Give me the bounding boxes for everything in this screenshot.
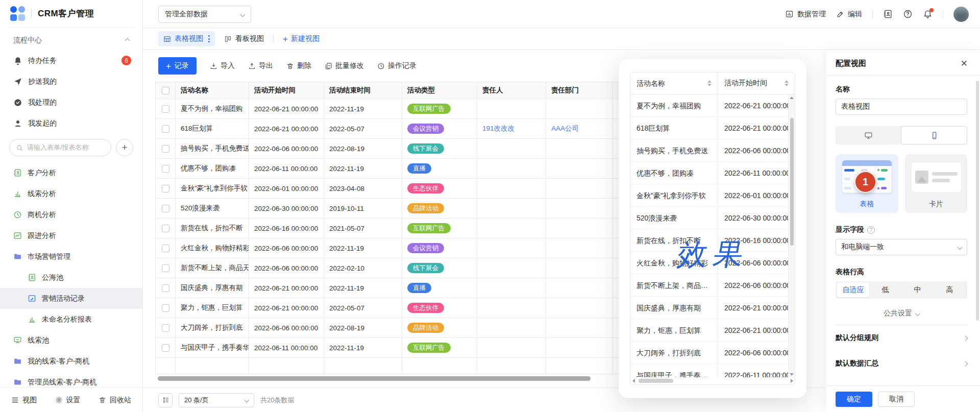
sidebar-item-todo[interactable]: 待办任务 6 bbox=[0, 50, 142, 71]
row-height-button[interactable] bbox=[158, 393, 173, 407]
help-icon[interactable]: ? bbox=[867, 226, 875, 234]
user-avatar[interactable] bbox=[953, 7, 969, 22]
row-checkbox[interactable] bbox=[162, 264, 169, 272]
desktop-toggle[interactable] bbox=[836, 126, 901, 144]
divider bbox=[943, 10, 943, 19]
page-size-select[interactable]: 20 条/页 bbox=[179, 393, 254, 407]
column-header-activity-name[interactable]: 活动名称 bbox=[176, 82, 249, 99]
common-settings-toggle[interactable]: 公共设置 bbox=[836, 309, 967, 318]
view-name-input[interactable] bbox=[836, 99, 967, 115]
sidebar-item-marketing-activity-record[interactable]: 营销活动记录 bbox=[0, 288, 142, 309]
scrollbar-thumb[interactable] bbox=[790, 118, 794, 246]
row-checkbox[interactable] bbox=[162, 225, 169, 232]
column-header-activity-type[interactable]: 活动类型 bbox=[402, 82, 477, 99]
recycle-bin-button[interactable]: 回收站 bbox=[99, 396, 131, 405]
scroll-down-icon[interactable] bbox=[789, 371, 795, 377]
sidebar-item-customer-analysis[interactable]: 客户分析 bbox=[0, 162, 142, 183]
export-button[interactable]: 导出 bbox=[248, 61, 273, 70]
sidebar-item-marketing-mgmt[interactable]: 市场营销管理 bbox=[0, 246, 142, 267]
sidebar-item-cc-me[interactable]: 抄送我的 bbox=[0, 71, 142, 92]
row-checkbox[interactable] bbox=[162, 245, 169, 252]
data-scope-select[interactable]: 管理全部数据 bbox=[158, 6, 251, 23]
sidebar-item-public-pool[interactable]: 公海池 bbox=[0, 267, 142, 288]
settings-button[interactable]: 设置 bbox=[55, 396, 81, 405]
help-icon[interactable] bbox=[903, 9, 913, 19]
owner-link[interactable]: 191改改改 bbox=[482, 124, 514, 133]
preview-name-cell: 新货不断上架，商品天... bbox=[630, 274, 718, 296]
scroll-right-icon[interactable] bbox=[789, 377, 795, 384]
select-all-checkbox[interactable] bbox=[162, 87, 169, 94]
vertical-scrollbar[interactable] bbox=[788, 94, 795, 377]
row-height-option-low[interactable]: 低 bbox=[869, 283, 901, 297]
row-height-option-auto[interactable]: 自适应 bbox=[837, 283, 869, 297]
data-manage-button[interactable]: 数据管理 bbox=[785, 10, 826, 19]
row-checkbox[interactable] bbox=[162, 344, 169, 352]
column-header-end-time[interactable]: 活动结束时间 bbox=[324, 82, 402, 99]
notification-bell-icon[interactable] bbox=[923, 9, 933, 19]
cancel-button[interactable]: 取消 bbox=[878, 392, 915, 407]
import-button[interactable]: 导入 bbox=[210, 61, 235, 70]
edit-button[interactable]: 编辑 bbox=[836, 10, 862, 19]
mobile-toggle[interactable] bbox=[901, 126, 967, 144]
confirm-button[interactable]: 确定 bbox=[836, 392, 872, 407]
row-height-option-mid[interactable]: 中 bbox=[901, 283, 934, 297]
column-header-department[interactable]: 责任部门 bbox=[546, 82, 613, 99]
tab-board-view[interactable]: 看板视图 bbox=[224, 34, 264, 43]
add-record-label: 记录 bbox=[175, 61, 189, 70]
tab-more-icon[interactable] bbox=[208, 35, 210, 42]
default-data-summary-row[interactable]: 默认数据汇总 bbox=[836, 351, 967, 376]
row-checkbox[interactable] bbox=[162, 284, 169, 292]
preview-column-start-time[interactable]: 活动开始时间 bbox=[718, 72, 795, 94]
scroll-left-icon[interactable] bbox=[630, 377, 636, 384]
column-header-start-time[interactable]: 活动开始时间 bbox=[249, 82, 324, 99]
scroll-up-icon[interactable] bbox=[789, 94, 795, 101]
preview-horizontal-scrollbar[interactable] bbox=[630, 377, 795, 384]
view-type-card-card[interactable]: 卡片 bbox=[905, 154, 968, 213]
sidebar-item-handled[interactable]: 我处理的 bbox=[0, 92, 142, 113]
sidebar-item-initiated[interactable]: 我发起的 bbox=[0, 113, 142, 134]
views-button[interactable]: 视图 bbox=[11, 396, 37, 405]
close-icon[interactable]: ✕ bbox=[961, 59, 968, 68]
department-link[interactable]: AAA公司 bbox=[551, 124, 579, 133]
tab-table-view[interactable]: 表格视图 bbox=[158, 31, 215, 46]
operation-log-button[interactable]: 操作记录 bbox=[377, 61, 416, 70]
sidebar-item-opportunity-analysis[interactable]: 商机分析 bbox=[0, 204, 142, 225]
batch-edit-button[interactable]: 批量修改 bbox=[325, 61, 364, 70]
sidebar-item-lead-pool[interactable]: 线索池 bbox=[0, 330, 142, 351]
sidebar-item-followup-analysis[interactable]: 跟进分析 bbox=[0, 225, 142, 246]
row-checkbox[interactable] bbox=[162, 145, 169, 153]
column-header-owner[interactable]: 责任人 bbox=[477, 82, 546, 99]
row-checkbox[interactable] bbox=[162, 105, 169, 113]
view-type-table-card[interactable]: 1 表格 bbox=[836, 154, 898, 213]
preview-column-activity-name[interactable]: 活动名称 bbox=[630, 72, 718, 94]
row-checkbox[interactable] bbox=[162, 324, 169, 332]
sidebar-item-lead-analysis[interactable]: 线索分析 bbox=[0, 183, 142, 204]
row-checkbox[interactable] bbox=[162, 304, 169, 312]
default-group-rule-row[interactable]: 默认分组规则 bbox=[836, 325, 967, 351]
contacts-icon[interactable] bbox=[883, 9, 893, 19]
trash-icon bbox=[99, 396, 106, 404]
sidebar-item-unnamed-report[interactable]: 未命名分析报表 bbox=[0, 309, 142, 330]
sort-icon[interactable] bbox=[785, 80, 789, 86]
sort-icon[interactable] bbox=[707, 80, 712, 86]
add-form-button[interactable]: + bbox=[116, 139, 133, 156]
sidebar-section-process[interactable]: 流程中心 bbox=[0, 28, 142, 50]
sidebar-item-label: 商机分析 bbox=[28, 210, 56, 220]
horizontal-scrollbar[interactable] bbox=[158, 376, 591, 381]
delete-button[interactable]: 删除 bbox=[286, 61, 311, 70]
row-checkbox[interactable] bbox=[162, 185, 169, 192]
panel-scrollbar-thumb[interactable] bbox=[976, 81, 979, 321]
end-time-cell: 2022-11-19 bbox=[324, 99, 402, 118]
row-checkbox[interactable] bbox=[162, 165, 169, 173]
new-view-button[interactable]: + 新建视图 bbox=[283, 34, 320, 43]
sidebar-item-my-leads[interactable]: 我的线索-客户-商机 bbox=[0, 351, 142, 372]
scrollbar-thumb[interactable] bbox=[639, 379, 673, 383]
row-checkbox[interactable] bbox=[162, 125, 169, 133]
search-input[interactable]: 请输入表单/报表名称 bbox=[9, 139, 111, 156]
add-record-button[interactable]: + 记录 bbox=[158, 57, 197, 75]
display-field-select[interactable]: 和电脑端一致 bbox=[836, 239, 967, 255]
empty-cell bbox=[156, 358, 176, 374]
row-checkbox[interactable] bbox=[162, 205, 169, 212]
chevron-up-icon[interactable] bbox=[125, 38, 130, 43]
row-height-option-high[interactable]: 高 bbox=[934, 283, 966, 297]
